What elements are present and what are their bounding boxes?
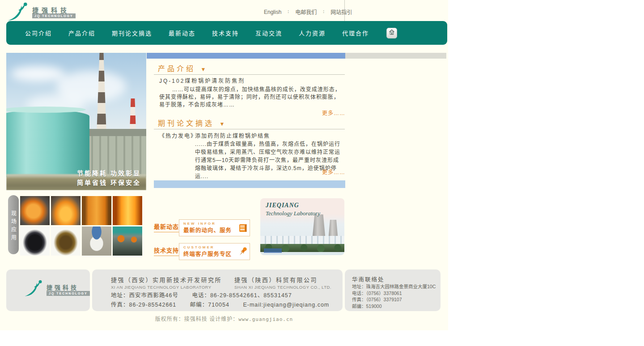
- header-divider: [344, 0, 345, 21]
- gallery-photo-furnace-bowl[interactable]: [20, 196, 50, 225]
- gallery-photo-clinker-black[interactable]: [20, 226, 50, 256]
- link-separator: ∶: [288, 9, 289, 15]
- support-banner-title: 终端客户服务专区: [183, 249, 236, 258]
- hero-slogan: 节能降耗 功效彰显 简单省钱 环保安全: [77, 169, 141, 188]
- south-office-title: 华南联络处: [352, 275, 385, 283]
- south-office-phone: 电话：（0756）3378061: [352, 290, 436, 297]
- site-logo[interactable]: 捷强科技 JQ TECHNOLOGY: [7, 2, 74, 21]
- copyright-line: 版权所有：接强科技 设计维护：www.guangjiao.cn: [0, 315, 448, 322]
- footer-logo: 捷强科技 JQ TECHNOLOGY: [24, 279, 87, 302]
- product-item-body: ……可以提高煤灰的熔点，加快结焦晶核的成长，改变成渣形态，使其变得酥松，易碎，易…: [159, 86, 343, 109]
- main-nav: 公司介绍 产品介绍 期刊论文摘选 最新动态 技术支持 互动交流 人力资源 代理合…: [6, 21, 447, 45]
- logo-text-cn: 捷强科技: [32, 5, 70, 14]
- middle-blue-bar: [154, 180, 345, 188]
- link-site-guide[interactable]: 网站指引: [330, 8, 352, 16]
- footer-company-2: 捷强（陕西）科贸有限公司 SHAN XI JIEQIANG TECHNOLOGY…: [234, 275, 331, 290]
- support-banner[interactable]: CUSTOMER 终端客户服务专区: [179, 243, 250, 260]
- support-label-link[interactable]: 技术支持: [154, 246, 179, 256]
- product-section-title: 产品介绍: [158, 65, 195, 73]
- hero-image: 节能降耗 功效彰显 简单省钱 环保安全: [6, 53, 146, 190]
- link-email-us[interactable]: 电邮我们: [295, 8, 317, 16]
- south-office-fax: 传真：（0756）3379107: [352, 296, 436, 303]
- hero-slogan-line1: 节能降耗 功效彰显: [77, 169, 141, 178]
- gallery-photo-flame[interactable]: [51, 196, 80, 225]
- company2-name-en: SHAN XI JIEQIANG TECHNOLOGY CO., LTD.: [234, 285, 331, 290]
- news-banner-tag: NEW INFOR: [183, 222, 236, 226]
- hero-clouds: [11, 66, 64, 81]
- company1-name-cn: 捷强（西安）实用新技术开发研究所: [111, 275, 222, 284]
- product-more-link[interactable]: 更多……: [301, 109, 345, 116]
- footer-contact-line1: 地址：西安市西影路46号 电话：86-29-85542661、85531457: [111, 290, 304, 299]
- news-banner-text: NEW INFOR 最新的动向、服务: [183, 222, 236, 234]
- footer-company-1: 捷强（西安）实用新技术开发研究所 XI AN JIEQIANG TECHNOLO…: [111, 275, 222, 290]
- top-gray-bar: [345, 53, 446, 59]
- footer-logo-box: 捷强科技 JQ TECHNOLOGY: [6, 269, 90, 311]
- journal-more-link[interactable]: 更多……: [301, 168, 345, 175]
- lab-card-title: JIEQIANG: [266, 202, 299, 209]
- journal-item-title[interactable]: 添加药剂防止煤粉锅炉结焦: [195, 132, 344, 140]
- gallery-grid: [20, 196, 142, 256]
- nav-item-hr[interactable]: 人力资源: [299, 29, 326, 37]
- triangle-down-icon: ▼: [219, 121, 225, 127]
- hero-storage-tank: [6, 109, 89, 177]
- south-office-address: 地址：珠海吉大园林路金景商业大厦10C: [352, 283, 436, 290]
- news-banner[interactable]: NEW INFOR 最新的动向、服务: [179, 219, 250, 236]
- link-english[interactable]: English: [264, 9, 281, 15]
- journal-section-title: 期刊论文摘选: [158, 120, 214, 127]
- lab-blue-structure: [264, 248, 282, 253]
- lab-card-subtitle: Technology Laboratory: [266, 210, 320, 217]
- utility-links: English ∶ 电邮我们 ∶ 网站指引: [264, 8, 352, 16]
- south-office-details: 地址：珠海吉大园林路金景商业大厦10C 电话：（0756）3378061 传真：…: [352, 283, 436, 309]
- page: 捷强科技 JQ TECHNOLOGY English ∶ 电邮我们 ∶ 网站指引…: [0, 0, 644, 346]
- footer-south-office-box: 华南联络处 地址：珠海吉大园林路金景商业大厦10C 电话：（0756）33780…: [345, 269, 441, 311]
- news-label-link[interactable]: 最新动态: [154, 222, 179, 232]
- home-icon: [388, 29, 395, 38]
- south-office-zip: 邮编：519000: [352, 303, 436, 310]
- footer-info-box: 捷强（西安）实用新技术开发研究所 XI AN JIEQIANG TECHNOLO…: [92, 269, 343, 311]
- top-header: 捷强科技 JQ TECHNOLOGY English ∶ 电邮我们 ∶ 网站指引: [0, 0, 448, 21]
- nav-item-products[interactable]: 产品介绍: [68, 29, 95, 37]
- company1-name-en: XI AN JIEQIANG TECHNOLOGY LABORATORY: [111, 285, 222, 290]
- lab-photo-card: JIEQIANG Technology Laboratory: [260, 198, 344, 255]
- home-button[interactable]: [386, 28, 397, 38]
- product-item-title[interactable]: JQ-102煤粉锅炉清灰防焦剂: [159, 77, 343, 85]
- nav-item-news[interactable]: 最新动态: [169, 29, 195, 37]
- notebook-icon: [236, 222, 250, 233]
- footer-logo-text-cn: 捷强科技: [47, 283, 79, 291]
- footer-fax: 传真：86-29-85542661: [111, 302, 176, 308]
- footer-logo-text-en: JQ TECHNOLOGY: [47, 291, 90, 296]
- link-separator: ∶: [323, 9, 324, 15]
- product-section-heading: 产品介绍 ▼: [154, 63, 345, 75]
- pushpin-icon: [236, 246, 250, 257]
- gallery-label: 现场应用: [8, 195, 19, 254]
- nav-item-journal[interactable]: 期刊论文摘选: [112, 29, 152, 37]
- gallery-photo-dosing-machine[interactable]: [82, 226, 111, 256]
- nav-item-agency[interactable]: 代理合作: [342, 29, 369, 37]
- copyright-url[interactable]: www.guangjiao.cn: [238, 316, 293, 322]
- gallery-photo-plant-interior[interactable]: [113, 226, 142, 256]
- journal-section-heading: 期刊论文摘选 ▼: [154, 117, 345, 129]
- gallery-photo-slag-column[interactable]: [82, 196, 111, 225]
- footer-email: E-mail:jieqiang@jieqiang.com: [243, 302, 329, 308]
- logo-text-en: JQ TECHNOLOGY: [32, 13, 76, 18]
- copyright-text: 版权所有：接强科技 设计维护：: [155, 316, 238, 322]
- product-summary: JQ-102煤粉锅炉清灰防焦剂 ……可以提高煤灰的熔点，加快结焦晶核的成长，改变…: [159, 77, 343, 109]
- footer-contact-line2: 传真：86-29-85542661 邮编：710054 E-mail:jieqi…: [111, 300, 341, 308]
- footer-zip: 邮编：710054: [190, 302, 229, 308]
- nav-item-support[interactable]: 技术支持: [212, 29, 239, 37]
- footer-phone: 电话：86-29-85542661、85531457: [192, 292, 292, 299]
- support-banner-tag: CUSTOMER: [183, 245, 236, 249]
- triangle-down-icon: ▼: [200, 66, 206, 73]
- top-blue-bar: [147, 53, 345, 59]
- company2-name-cn: 捷强（陕西）科贸有限公司: [234, 275, 331, 284]
- news-banner-title: 最新的动向、服务: [183, 226, 236, 234]
- site-application-gallery: 现场应用: [5, 192, 148, 258]
- support-banner-text: CUSTOMER 终端客户服务专区: [183, 245, 236, 258]
- nav-item-exchange[interactable]: 互动交流: [255, 29, 282, 37]
- gallery-photo-molten-wall[interactable]: [113, 196, 142, 225]
- nav-item-company[interactable]: 公司介绍: [25, 29, 52, 37]
- journal-source: 《热力发电》: [159, 132, 195, 180]
- footer-company-names: 捷强（西安）实用新技术开发研究所 XI AN JIEQIANG TECHNOLO…: [111, 275, 331, 290]
- footer-address: 地址：西安市西影路46号: [111, 292, 178, 299]
- gallery-photo-clinker-brown[interactable]: [51, 226, 80, 256]
